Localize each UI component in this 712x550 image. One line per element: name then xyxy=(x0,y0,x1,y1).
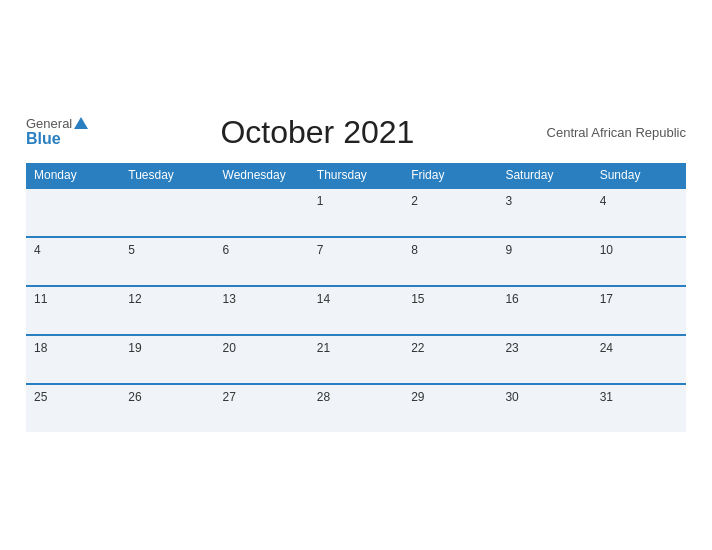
calendar-day-cell: 15 xyxy=(403,286,497,335)
calendar-region: Central African Republic xyxy=(547,125,686,140)
logo-general-label: General xyxy=(26,116,72,131)
calendar-day-cell: 24 xyxy=(592,335,686,384)
calendar-day-cell: 14 xyxy=(309,286,403,335)
calendar-day-cell: 28 xyxy=(309,384,403,432)
calendar-day-cell xyxy=(26,188,120,237)
calendar-day-cell: 26 xyxy=(120,384,214,432)
calendar-day-cell: 20 xyxy=(215,335,309,384)
calendar-day-cell: 16 xyxy=(497,286,591,335)
calendar-day-cell: 4 xyxy=(592,188,686,237)
logo-general-text: General xyxy=(26,117,88,131)
weekday-header-monday: Monday xyxy=(26,163,120,188)
calendar-day-cell: 7 xyxy=(309,237,403,286)
calendar-day-cell: 18 xyxy=(26,335,120,384)
calendar-day-cell: 23 xyxy=(497,335,591,384)
calendar-week-row: 18192021222324 xyxy=(26,335,686,384)
weekday-header-sunday: Sunday xyxy=(592,163,686,188)
calendar-day-cell xyxy=(120,188,214,237)
calendar-day-cell: 19 xyxy=(120,335,214,384)
calendar-day-cell: 11 xyxy=(26,286,120,335)
weekday-header-saturday: Saturday xyxy=(497,163,591,188)
weekday-header-tuesday: Tuesday xyxy=(120,163,214,188)
calendar-day-cell: 13 xyxy=(215,286,309,335)
calendar-day-cell: 17 xyxy=(592,286,686,335)
calendar-day-cell: 31 xyxy=(592,384,686,432)
calendar-container: General Blue October 2021 Central Africa… xyxy=(11,104,701,447)
calendar-thead: MondayTuesdayWednesdayThursdayFridaySatu… xyxy=(26,163,686,188)
logo-triangle-icon xyxy=(74,117,88,129)
calendar-day-cell: 10 xyxy=(592,237,686,286)
calendar-day-cell: 21 xyxy=(309,335,403,384)
calendar-week-row: 1234 xyxy=(26,188,686,237)
logo: General Blue xyxy=(26,117,88,147)
calendar-week-row: 11121314151617 xyxy=(26,286,686,335)
calendar-day-cell xyxy=(215,188,309,237)
calendar-day-cell: 2 xyxy=(403,188,497,237)
calendar-day-cell: 9 xyxy=(497,237,591,286)
calendar-day-cell: 8 xyxy=(403,237,497,286)
calendar-day-cell: 22 xyxy=(403,335,497,384)
calendar-week-row: 45678910 xyxy=(26,237,686,286)
weekday-header-thursday: Thursday xyxy=(309,163,403,188)
calendar-day-cell: 6 xyxy=(215,237,309,286)
calendar-header: General Blue October 2021 Central Africa… xyxy=(26,114,686,151)
logo-blue-text: Blue xyxy=(26,131,88,147)
calendar-day-cell: 29 xyxy=(403,384,497,432)
weekday-header-friday: Friday xyxy=(403,163,497,188)
calendar-day-cell: 25 xyxy=(26,384,120,432)
calendar-title: October 2021 xyxy=(88,114,546,151)
calendar-day-cell: 30 xyxy=(497,384,591,432)
weekday-header-row: MondayTuesdayWednesdayThursdayFridaySatu… xyxy=(26,163,686,188)
calendar-day-cell: 12 xyxy=(120,286,214,335)
weekday-header-wednesday: Wednesday xyxy=(215,163,309,188)
calendar-tbody: 1234456789101112131415161718192021222324… xyxy=(26,188,686,432)
calendar-grid: MondayTuesdayWednesdayThursdayFridaySatu… xyxy=(26,163,686,432)
calendar-day-cell: 27 xyxy=(215,384,309,432)
calendar-week-row: 25262728293031 xyxy=(26,384,686,432)
calendar-day-cell: 5 xyxy=(120,237,214,286)
calendar-day-cell: 1 xyxy=(309,188,403,237)
calendar-day-cell: 3 xyxy=(497,188,591,237)
calendar-day-cell: 4 xyxy=(26,237,120,286)
